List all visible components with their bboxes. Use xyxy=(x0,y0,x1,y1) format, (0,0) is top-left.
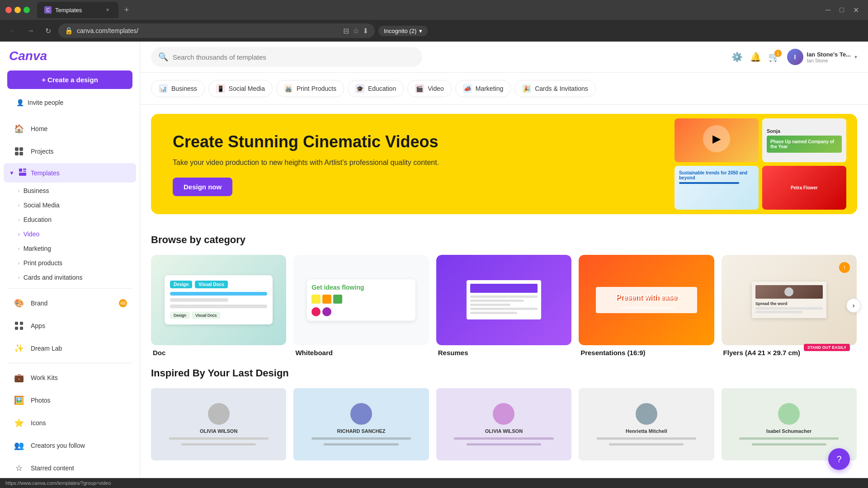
cart-badge: 1 xyxy=(774,50,782,57)
maximize-window-btn[interactable] xyxy=(24,7,30,13)
category-chip-education[interactable]: 🎓 Education xyxy=(348,80,404,97)
resume-line-4 xyxy=(470,308,538,310)
svg-rect-4 xyxy=(19,169,22,172)
avatar: I xyxy=(787,49,803,65)
doc-label: Doc xyxy=(151,349,286,357)
search-input[interactable] xyxy=(173,53,415,61)
minimize-window-btn[interactable] xyxy=(14,7,21,13)
doc-tag1: Design xyxy=(170,312,190,319)
sidebar-item-apps[interactable]: Apps xyxy=(4,315,136,337)
icons-label: Icons xyxy=(31,419,46,427)
user-profile[interactable]: I Ian Stone's Te... Ian Stone ▾ xyxy=(787,49,857,65)
sidebar-item-education[interactable]: › Education xyxy=(4,212,136,227)
sidebar-item-video[interactable]: › Video xyxy=(4,227,136,241)
marketing-chip-label: Marketing xyxy=(476,85,503,92)
doc-line-1 xyxy=(170,292,268,296)
home-icon: 🏠 xyxy=(13,122,25,135)
help-fab[interactable]: ? xyxy=(828,448,850,470)
category-chip-business[interactable]: 📊 Business xyxy=(151,80,205,97)
sidebar-item-work-kits[interactable]: 💼 Work Kits xyxy=(4,367,136,389)
download-icon[interactable]: ⬇ xyxy=(363,27,368,35)
design-now-btn[interactable]: Design now xyxy=(173,178,232,196)
category-card-whiteboard[interactable]: Get ideas flowing xyxy=(293,255,429,357)
settings-btn[interactable]: ⚙️ xyxy=(731,52,743,62)
sidebar-item-dreamlab[interactable]: ✨ Dream Lab xyxy=(4,338,136,359)
sidebar-item-starred[interactable]: ☆ Starred content xyxy=(4,457,136,478)
wb-title: Get ideas flowing xyxy=(311,284,411,291)
sidebar-item-home[interactable]: 🏠 Home xyxy=(4,118,136,140)
sidebar-item-cards-invitations[interactable]: › Cards and invitations xyxy=(4,270,136,285)
flyer-line-2 xyxy=(755,311,802,313)
flyer-card-img: Spread the word xyxy=(722,255,857,345)
category-card-resumes[interactable]: ! STAND OUT EASILY Resumes xyxy=(436,255,571,357)
sidebar-item-social-media[interactable]: › Social Media xyxy=(4,198,136,212)
sidebar-item-brand[interactable]: 🎨 Brand 48 xyxy=(4,292,136,314)
sidebar-item-business[interactable]: › Business xyxy=(4,183,136,198)
browser-window-controls[interactable]: ─ □ ✕ xyxy=(822,4,863,16)
notifications-btn[interactable]: 🔔 xyxy=(750,52,761,62)
forward-btn[interactable]: → xyxy=(24,25,38,37)
main-header: 🔍 ⚙️ 🔔 🛒 1 I Ian Stone's Te... Ian Stone… xyxy=(140,42,868,73)
video-chevron: › xyxy=(18,231,20,237)
create-design-btn[interactable]: + Create a design xyxy=(7,70,132,89)
sidebar-item-creators[interactable]: 👥 Creators you follow xyxy=(4,435,136,456)
sidebar-logo: Canva xyxy=(0,42,140,70)
starred-icon: ☆ xyxy=(13,462,25,474)
photos-icon: 🖼️ xyxy=(13,394,25,407)
category-chip-social-media[interactable]: 📱 Social Media xyxy=(208,80,273,97)
doc-line-3 xyxy=(170,305,268,308)
search-bar[interactable]: 🔍 xyxy=(151,47,422,67)
svg-rect-11 xyxy=(20,327,23,330)
user-subname: Ian Stone xyxy=(807,58,851,63)
hero-text: Create Stunning Cinematic Videos Take yo… xyxy=(173,132,835,196)
cards-next-btn[interactable]: › xyxy=(846,298,861,313)
profile-area[interactable]: Incognito (2) ▾ xyxy=(378,26,428,36)
category-chip-marketing[interactable]: 📣 Marketing xyxy=(455,80,511,97)
templates-nav-header[interactable]: ▼ Templates xyxy=(4,163,136,183)
category-chip-video[interactable]: 🎬 Video xyxy=(407,80,452,97)
canva-logo[interactable]: Canva xyxy=(9,49,47,63)
pres-card-img-wrapper: Present with ease xyxy=(579,255,714,345)
category-chip-cards[interactable]: 🎉 Cards & Invitations xyxy=(514,80,596,97)
sidebar-item-photos[interactable]: 🖼️ Photos xyxy=(4,389,136,411)
photos-label: Photos xyxy=(31,397,51,404)
sidebar-item-print-products[interactable]: › Print products xyxy=(4,256,136,270)
doc-card-img-wrapper: Design Visual Docs Design Visual Docs xyxy=(151,255,286,345)
inspired-card-3[interactable]: OLIVIA WILSON xyxy=(436,388,571,460)
restore-btn[interactable]: □ xyxy=(836,4,848,16)
sidebar-item-icons[interactable]: ⭐ Icons xyxy=(4,412,136,434)
window-controls[interactable] xyxy=(5,7,30,13)
invite-people-btn[interactable]: 👤 Invite people xyxy=(7,94,132,111)
tab-close-btn[interactable]: × xyxy=(104,6,111,14)
category-card-presentations[interactable]: Present with ease Presentations (16:9) xyxy=(579,255,714,357)
resumes-label: Resumes xyxy=(436,349,571,357)
address-bar[interactable]: 🔒 canva.com/templates/ ⊟ ☆ ⬇ xyxy=(58,23,375,38)
inspired-card-2[interactable]: RICHARD SANCHEZ xyxy=(293,388,429,460)
category-card-doc[interactable]: Design Visual Docs Design Visual Docs xyxy=(151,255,286,357)
bookmark-icon[interactable]: ☆ xyxy=(353,27,359,35)
category-chip-print-products[interactable]: 🖨️ Print Products xyxy=(276,80,344,97)
sidebar-divider-1 xyxy=(7,288,132,289)
address-bar-row: ← → ↻ 🔒 canva.com/templates/ ⊟ ☆ ⬇ Incog… xyxy=(0,20,868,42)
close-btn[interactable]: ✕ xyxy=(849,4,863,16)
inspired-card-4[interactable]: Henrietta Mitchell xyxy=(579,388,714,460)
inspired-card-1[interactable]: OLIVIA WILSON xyxy=(151,388,286,460)
new-tab-btn[interactable]: + xyxy=(120,4,133,16)
insp4-avatar xyxy=(636,403,657,425)
close-window-btn[interactable] xyxy=(5,7,12,13)
wb-inner: Get ideas flowing xyxy=(307,279,415,321)
cards-label: Cards and invitations xyxy=(24,274,83,281)
back-btn[interactable]: ← xyxy=(5,25,20,37)
sidebar-item-marketing[interactable]: › Marketing xyxy=(4,241,136,256)
svg-rect-7 xyxy=(19,173,26,176)
refresh-btn[interactable]: ↻ xyxy=(42,25,55,37)
social-media-label: Social Media xyxy=(24,202,60,209)
category-card-flyers[interactable]: Spread the word Flyers (A4 21 × 29.7 cm) xyxy=(722,255,857,357)
active-tab[interactable]: C Templates × xyxy=(37,2,118,18)
resume-line-1 xyxy=(470,296,538,298)
projects-icon xyxy=(13,145,25,158)
sticky-2 xyxy=(322,295,331,304)
minimize-btn[interactable]: ─ xyxy=(822,4,834,16)
cast-icon[interactable]: ⊟ xyxy=(343,27,349,35)
sidebar-item-projects[interactable]: Projects xyxy=(4,141,136,162)
